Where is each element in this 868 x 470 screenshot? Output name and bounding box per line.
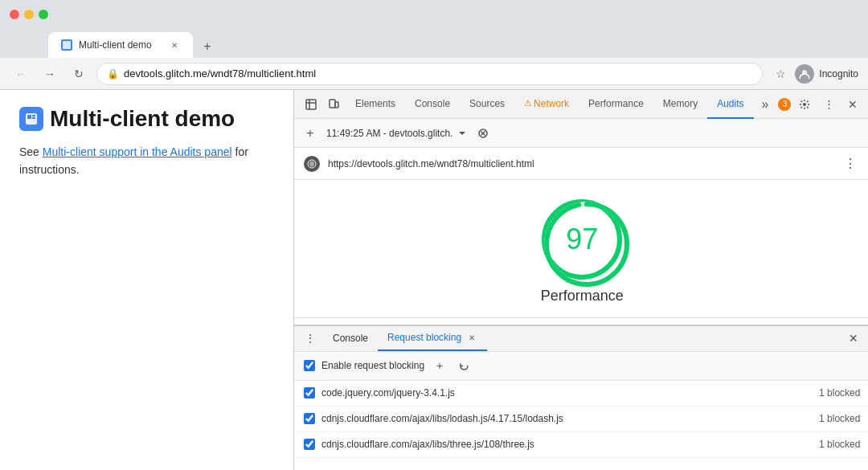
new-tab-button[interactable]: + [196,35,219,58]
tab-elements[interactable]: Elements [346,90,405,119]
devtools-toolbar: Elements Console Sources ⚠ Network Perfo… [294,90,868,119]
svg-rect-3 [27,115,31,119]
back-button[interactable]: ← [10,63,32,85]
clear-audit-button[interactable] [473,124,493,143]
enable-blocking-label: Enable request blocking [321,360,424,371]
page-title: Multi-client demo [50,106,235,132]
item-url: cdnjs.cloudflare.com/ajax/libs/three.js/… [321,439,813,450]
svg-rect-0 [63,41,71,49]
audit-url-more-button[interactable]: ⋮ [841,154,860,174]
bottom-tabs-bar: ⋮ Console Request blocking ✕ ✕ [294,326,868,352]
more-options-button[interactable]: ⋮ [818,94,839,115]
tab-bar: Multi-client demo ✕ + [0,29,868,58]
audit-url: https://devtools.glitch.me/wndt78/multic… [328,158,833,170]
list-item[interactable]: code.jquery.com/jquery-3.4.1.js 1 blocke… [294,381,868,407]
maximize-traffic-light[interactable] [39,10,48,19]
page-content: Multi-client demo See Multi-client suppo… [0,90,293,470]
page-icon [19,107,43,131]
item-status: 1 blocked [819,439,860,450]
tab-memory[interactable]: Memory [653,90,707,119]
item-checkbox[interactable] [304,413,315,424]
list-item[interactable]: cdnjs.cloudflare.com/ajax/libs/three.js/… [294,432,868,458]
svg-rect-4 [32,115,35,116]
refresh-button[interactable] [455,357,473,374]
item-status: 1 blocked [819,387,860,398]
devtools-right-actions: » 3 ⋮ ✕ [755,90,864,119]
item-url: cdnjs.cloudflare.com/ajax/libs/lodash.js… [321,413,813,424]
score-gauge [542,199,632,289]
audit-url-bar: https://devtools.glitch.me/wndt78/multic… [294,148,868,180]
audit-favicon [304,156,320,172]
traffic-lights [10,10,48,19]
audit-time: 11:49:25 AM - devtools.glitch. [326,128,452,139]
tab-audits[interactable]: Audits [707,90,753,119]
performance-score-circle: 97 [542,199,622,280]
incognito-icon [795,64,814,84]
bottom-menu-button[interactable]: ⋮ [301,329,320,348]
devtools-tab-nav: Elements Console Sources ⚠ Network Perfo… [346,90,754,119]
content-area: Multi-client demo See Multi-client suppo… [0,90,868,470]
address-text: devtools.glitch.me/wndt78/multiclient.ht… [124,67,752,80]
request-blocking-toolbar: Enable request blocking + [294,352,868,381]
enable-blocking-checkbox[interactable] [304,360,315,371]
item-url: code.jquery.com/jquery-3.4.1.js [321,387,813,398]
tab-favicon [61,39,72,51]
close-bottom-panel-button[interactable]: ✕ [844,329,863,348]
bottom-panel: ⋮ Console Request blocking ✕ ✕ Enable re… [294,325,868,471]
audits-secondary-bar: + 11:49:25 AM - devtools.glitch. [294,119,868,148]
more-tabs-button[interactable]: » [755,90,776,119]
devtools-close-button[interactable]: ✕ [842,94,863,115]
description-prefix: See [19,145,43,158]
score-section: 97 Performance [294,180,868,318]
list-item[interactable]: cdnjs.cloudflare.com/ajax/libs/lodash.js… [294,407,868,432]
browser-window: Multi-client demo ✕ + ← → ↻ 🔒 devtools.g… [0,0,868,470]
minimize-traffic-light[interactable] [24,10,34,19]
score-label: Performance [541,288,624,304]
forward-button[interactable]: → [39,63,61,85]
svg-point-13 [547,204,627,284]
incognito-area: Incognito [795,64,858,84]
tab-network[interactable]: ⚠ Network [514,90,579,119]
error-badge: 3 [778,98,791,111]
device-toggle-button[interactable] [323,94,344,115]
tab-close-button[interactable]: ✕ [169,39,180,51]
tab-console[interactable]: Console [405,90,460,119]
title-bar [0,0,868,29]
reload-button[interactable]: ↻ [68,63,90,85]
svg-rect-6 [306,100,316,109]
page-description: See Multi-client support in the Audits p… [19,143,274,179]
request-blocking-list: code.jquery.com/jquery-3.4.1.js 1 blocke… [294,381,868,471]
item-status: 1 blocked [819,413,860,424]
bottom-tab-request-blocking[interactable]: Request blocking ✕ [378,325,487,351]
tab-title: Multi-client demo [79,39,162,51]
svg-rect-5 [32,117,35,119]
svg-point-9 [803,103,806,106]
nav-actions: ☆ Incognito [769,63,858,85]
item-checkbox[interactable] [304,387,315,398]
bottom-tab-console[interactable]: Console [323,325,378,351]
devtools-panel: Elements Console Sources ⚠ Network Perfo… [293,90,868,470]
metrics-section: Metrics [294,318,868,325]
tab-performance[interactable]: Performance [579,90,653,119]
lock-icon: 🔒 [107,68,119,80]
description-link[interactable]: Multi-client support in the Audits panel [43,145,232,158]
audit-results-area: 97 Performance Metrics [294,180,868,325]
profile-label: Incognito [819,68,858,80]
tab-sources[interactable]: Sources [460,90,514,119]
close-request-blocking-tab[interactable]: ✕ [466,332,477,343]
audit-info: 11:49:25 AM - devtools.glitch. [326,128,467,139]
svg-rect-8 [335,102,338,108]
add-pattern-button[interactable]: + [431,357,448,374]
active-tab[interactable]: Multi-client demo ✕ [48,32,193,58]
add-audit-button[interactable]: + [301,124,320,143]
network-warning-icon: ⚠ [524,98,532,108]
bookmark-button[interactable]: ☆ [769,63,792,85]
address-bar[interactable]: 🔒 devtools.glitch.me/wndt78/multiclient.… [96,63,763,85]
dropdown-icon [457,129,467,138]
inspect-element-button[interactable] [301,94,321,115]
navigation-bar: ← → ↻ 🔒 devtools.glitch.me/wndt78/multic… [0,58,868,90]
settings-button[interactable] [794,94,815,115]
close-traffic-light[interactable] [10,10,19,19]
item-checkbox[interactable] [304,439,315,450]
page-header: Multi-client demo [19,106,274,132]
